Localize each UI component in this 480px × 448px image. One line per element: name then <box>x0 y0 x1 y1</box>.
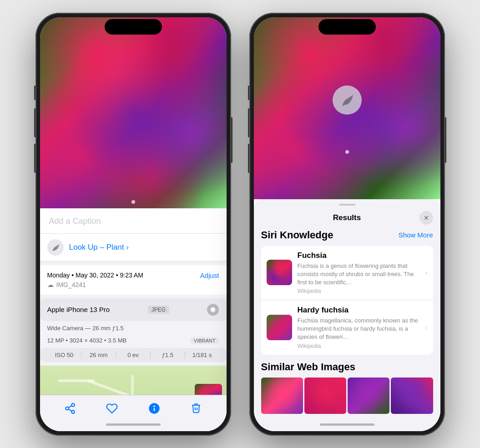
knowledge-card: Fuchsia Fuchsia is a genus of flowering … <box>261 246 433 355</box>
hardy-chevron: › <box>425 324 428 331</box>
vibrant-badge: VIBRANT <box>190 337 219 344</box>
settings-icon[interactable] <box>207 304 219 316</box>
similar-image-1[interactable] <box>261 378 303 414</box>
flower-image-1 <box>40 17 227 208</box>
hardy-thumbnail <box>267 315 292 340</box>
mute-button-2 <box>248 86 250 100</box>
similar-image-3[interactable] <box>348 378 389 414</box>
shutter-value: 1/181 s <box>185 352 219 358</box>
camera-model-row: Apple iPhone 13 Pro JPEG <box>40 298 227 321</box>
knowledge-item-hardy[interactable]: Hardy fuchsia Fuchsia magellanica, commo… <box>261 300 433 355</box>
results-panel: Results ✕ Siri Knowledge Show More <box>254 199 440 431</box>
volume-down-button-2 <box>248 144 250 173</box>
fuchsia-name: Fuchsia <box>298 251 420 260</box>
siri-badge <box>333 86 362 115</box>
volume-up-button <box>34 108 36 137</box>
fuchsia-chevron: › <box>425 269 428 276</box>
svg-rect-3 <box>154 408 155 411</box>
share-button[interactable] <box>60 398 80 418</box>
meta-date: Monday • May 30, 2022 • 9:23 AM <box>47 272 143 279</box>
hardy-source: Wikipedia <box>298 343 420 349</box>
photo-area-1[interactable] <box>40 17 227 208</box>
dynamic-island-2 <box>318 19 376 35</box>
delete-button[interactable] <box>186 398 206 418</box>
show-more-button[interactable]: Show More <box>399 231 433 239</box>
jpeg-badge: JPEG <box>148 306 169 314</box>
power-button-2 <box>445 117 446 163</box>
phone-2: Results ✕ Siri Knowledge Show More <box>249 13 445 436</box>
meta-filename: ☁ IMG_4241 <box>47 281 219 288</box>
hardy-desc: Fuchsia magellanica, commonly known as t… <box>298 317 420 342</box>
home-indicator-1 <box>106 423 161 426</box>
fuchsia-text: Fuchsia Fuchsia is a genus of flowering … <box>298 251 420 295</box>
focal-value: 26 mm <box>81 352 116 358</box>
similar-section: Similar Web Images <box>261 361 433 414</box>
camera-specs-row: Wide Camera — 26 mm ƒ1.5 <box>40 322 227 334</box>
similar-image-4[interactable] <box>391 378 433 414</box>
siri-dot <box>345 150 349 154</box>
adjust-button[interactable]: Adjust <box>200 272 219 279</box>
close-button[interactable]: ✕ <box>419 211 433 225</box>
iso-value: ISO 50 <box>47 352 82 358</box>
camera-resolution-row: 12 MP • 3024 × 4032 • 3.5 MB VIBRANT <box>40 334 227 347</box>
aperture-value: ƒ1.5 <box>151 352 185 358</box>
favorite-button[interactable] <box>102 398 122 418</box>
camera-tech-row: ISO 50 26 mm 0 ev ƒ1.5 1/181 s <box>40 348 227 362</box>
results-header: Results ✕ <box>254 206 440 229</box>
hardy-text: Hardy fuchsia Fuchsia magellanica, commo… <box>298 306 420 349</box>
similar-title: Similar Web Images <box>261 361 433 373</box>
lookup-icon <box>47 239 64 256</box>
dynamic-island-1 <box>105 19 162 35</box>
caption-placeholder: Add a Caption <box>49 216 101 226</box>
phone1-screen: Add a Caption Look Up – Plant › <box>40 17 227 431</box>
photo-dot-indicator <box>131 200 135 204</box>
home-indicator-2 <box>320 423 374 426</box>
lookup-label: Look Up – Plant › <box>69 243 129 252</box>
similar-image-2[interactable] <box>304 378 346 414</box>
results-title: Results <box>275 213 419 222</box>
fuchsia-desc: Fuchsia is a genus of flowering plants t… <box>298 262 420 287</box>
exposure-value: 0 ev <box>116 352 151 358</box>
knowledge-item-fuchsia[interactable]: Fuchsia Fuchsia is a genus of flowering … <box>261 246 433 301</box>
camera-model: Apple iPhone 13 Pro <box>47 306 110 313</box>
photo-area-2 <box>254 17 440 199</box>
leaf-icon <box>51 243 60 252</box>
similar-images <box>261 378 433 414</box>
hardy-name: Hardy fuchsia <box>298 306 420 315</box>
fuchsia-source: Wikipedia <box>298 288 420 294</box>
lookup-row[interactable]: Look Up – Plant › <box>40 234 227 262</box>
siri-knowledge-header: Siri Knowledge Show More <box>261 229 433 241</box>
mute-button <box>34 86 36 100</box>
caption-field[interactable]: Add a Caption <box>40 208 227 234</box>
volume-up-button-2 <box>248 108 250 137</box>
phone2-screen: Results ✕ Siri Knowledge Show More <box>254 17 440 431</box>
phone-1: Add a Caption Look Up – Plant › <box>35 13 231 436</box>
cloud-icon: ☁ <box>47 281 54 288</box>
camera-section: Apple iPhone 13 Pro JPEG Wide Camera — 2… <box>40 298 227 362</box>
siri-knowledge-title: Siri Knowledge <box>261 229 333 241</box>
results-content: Siri Knowledge Show More Fuchsia <box>254 229 440 414</box>
info-button[interactable] <box>144 398 164 418</box>
volume-down-button <box>34 144 36 173</box>
svg-point-2 <box>153 406 155 408</box>
meta-section: Monday • May 30, 2022 • 9:23 AM Adjust ☁… <box>40 265 227 295</box>
toolbar <box>40 395 227 431</box>
power-button <box>231 117 232 163</box>
fuchsia-thumbnail <box>267 260 292 285</box>
